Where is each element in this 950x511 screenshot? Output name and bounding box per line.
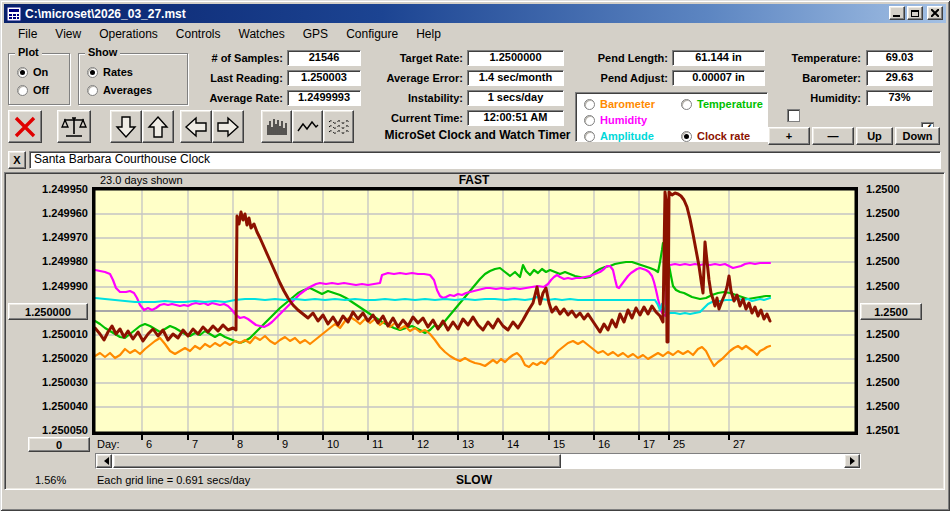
show-averages-radio[interactable]: Averages bbox=[87, 84, 152, 96]
radio-clock-rate[interactable]: Clock rate bbox=[681, 130, 750, 142]
radio-amplitude[interactable]: Amplitude bbox=[584, 130, 654, 142]
menu-gps[interactable]: GPS bbox=[294, 25, 337, 43]
down-button[interactable]: Down bbox=[895, 127, 940, 145]
plus-button[interactable]: + bbox=[768, 127, 810, 145]
instability-value: 1 secs/day bbox=[467, 90, 564, 106]
menu-configure[interactable]: Configure bbox=[337, 25, 407, 43]
day-tick-label: 16 bbox=[598, 438, 610, 450]
menu-watches[interactable]: Watches bbox=[230, 25, 294, 43]
y-axis-left-label: 1.249990 bbox=[0, 280, 88, 292]
day-tick-label: 11 bbox=[372, 438, 383, 450]
radio-icon[interactable] bbox=[17, 85, 28, 96]
day-tick bbox=[457, 435, 459, 440]
radio-icon[interactable] bbox=[17, 67, 28, 78]
y-axis-left-label: 1.250010 bbox=[0, 328, 88, 340]
smooth-view-button[interactable] bbox=[323, 110, 354, 143]
shift-down-button[interactable] bbox=[110, 110, 142, 143]
title-bar[interactable]: C:\microset\2026_03_27.mst bbox=[4, 4, 946, 23]
radio-temperature[interactable]: Temperature bbox=[681, 98, 763, 110]
left-triangle-icon bbox=[100, 457, 109, 465]
day-tick-label: 9 bbox=[282, 438, 288, 450]
down-arrow-icon bbox=[115, 115, 137, 139]
menu-help[interactable]: Help bbox=[407, 25, 450, 43]
fast-label: FAST bbox=[394, 173, 554, 187]
humidity-value: 73% bbox=[866, 90, 933, 106]
zigzag-line-icon bbox=[296, 115, 320, 139]
battery-percent-label: 1.56% bbox=[35, 474, 66, 487]
y-axis-left-label: 1.250020 bbox=[0, 352, 88, 364]
y-axis-right-label: 1.2500 bbox=[866, 400, 926, 412]
radio-icon[interactable] bbox=[87, 67, 98, 78]
y-axis-right-label: 1.2500 bbox=[866, 255, 926, 267]
y-axis-right-label: 1.2500 bbox=[866, 376, 926, 388]
menu-operations[interactable]: Operations bbox=[90, 25, 167, 43]
y-axis-right-label: 1.2500 bbox=[866, 280, 926, 292]
instability-label: Instability: bbox=[343, 91, 463, 105]
histogram-view-button[interactable] bbox=[261, 110, 292, 143]
day-tick-label: 25 bbox=[673, 438, 685, 450]
day-tick-label: 17 bbox=[643, 438, 655, 450]
app-title: MicroSet Clock and Watch Timer bbox=[380, 128, 575, 142]
line-view-button[interactable] bbox=[292, 110, 323, 143]
up-button[interactable]: Up bbox=[856, 127, 893, 145]
balance-button[interactable] bbox=[57, 110, 91, 143]
radio-icon[interactable] bbox=[87, 85, 98, 96]
minus-button[interactable]: — bbox=[812, 127, 854, 145]
y-axis-left-label: 1.250040 bbox=[0, 400, 88, 412]
radio-icon[interactable] bbox=[584, 99, 595, 110]
day-tick bbox=[322, 435, 324, 440]
show-rates-label: Rates bbox=[103, 66, 133, 78]
app-window: C:\microset\2026_03_27.mst File View Ope… bbox=[0, 0, 950, 511]
horizontal-scrollbar[interactable] bbox=[95, 453, 861, 469]
scrollbar-right-button[interactable] bbox=[844, 454, 860, 468]
average-error-label: Average Error: bbox=[343, 71, 463, 85]
day-tick-label: 14 bbox=[507, 438, 519, 450]
day-tick-label: 27 bbox=[733, 438, 745, 450]
delete-button[interactable] bbox=[8, 110, 42, 143]
right-axis-center-button[interactable]: 1.2500 bbox=[860, 303, 922, 320]
show-rates-radio[interactable]: Rates bbox=[87, 66, 133, 78]
radio-icon[interactable] bbox=[584, 115, 595, 126]
zero-button[interactable]: 0 bbox=[28, 437, 90, 452]
day-tick-label: 10 bbox=[327, 438, 339, 450]
y-axis-left-label: 1.249980 bbox=[0, 255, 88, 267]
shift-up-button[interactable] bbox=[142, 110, 174, 143]
radio-icon[interactable] bbox=[584, 131, 595, 142]
clock-name-input[interactable]: Santa Barbara Courthouse Clock bbox=[29, 151, 941, 169]
temperature-label: Temperature: bbox=[742, 51, 861, 65]
plot-on-radio[interactable]: On bbox=[17, 66, 48, 78]
slow-label: SLOW bbox=[394, 473, 554, 487]
maximize-button[interactable] bbox=[907, 6, 923, 20]
plot-off-radio[interactable]: Off bbox=[17, 84, 49, 96]
scroll-left-button[interactable] bbox=[180, 110, 212, 143]
minimize-button[interactable] bbox=[889, 6, 905, 20]
radio-icon[interactable] bbox=[681, 99, 692, 110]
clear-name-button[interactable]: X bbox=[8, 151, 26, 169]
average-rate-label: Average Rate: bbox=[163, 91, 283, 105]
day-tick bbox=[141, 435, 143, 440]
menu-controls[interactable]: Controls bbox=[167, 25, 230, 43]
menu-view[interactable]: View bbox=[46, 25, 90, 43]
radio-icon[interactable] bbox=[681, 131, 692, 142]
left-axis-center-button[interactable]: 1.250000 bbox=[8, 303, 88, 320]
series-selector-panel: Barometer Humidity Amplitude Temperature… bbox=[575, 92, 768, 142]
left-checkbox[interactable] bbox=[787, 109, 800, 122]
last-reading-label: Last Reading: bbox=[163, 71, 283, 85]
y-axis-right-label: 1.2500 bbox=[866, 231, 926, 243]
menu-file[interactable]: File bbox=[9, 25, 46, 43]
scrollbar-left-button[interactable] bbox=[96, 454, 112, 468]
radio-humidity[interactable]: Humidity bbox=[584, 114, 647, 126]
current-time-label: Current Time: bbox=[343, 111, 463, 125]
radio-barometer[interactable]: Barometer bbox=[584, 98, 655, 110]
show-group-label: Show bbox=[85, 46, 120, 58]
day-tick-label: 6 bbox=[146, 438, 152, 450]
right-triangle-icon bbox=[850, 457, 859, 465]
day-tick-label: 12 bbox=[417, 438, 429, 450]
menu-bar: File View Operations Controls Watches GP… bbox=[4, 23, 946, 44]
scrollbar-thumb[interactable] bbox=[113, 454, 561, 468]
right-arrow-icon bbox=[216, 116, 240, 138]
close-button[interactable] bbox=[927, 6, 943, 20]
timing-plot bbox=[92, 187, 858, 435]
scroll-right-button[interactable] bbox=[212, 110, 244, 143]
plot-groupbox: Plot On Off bbox=[8, 53, 70, 105]
